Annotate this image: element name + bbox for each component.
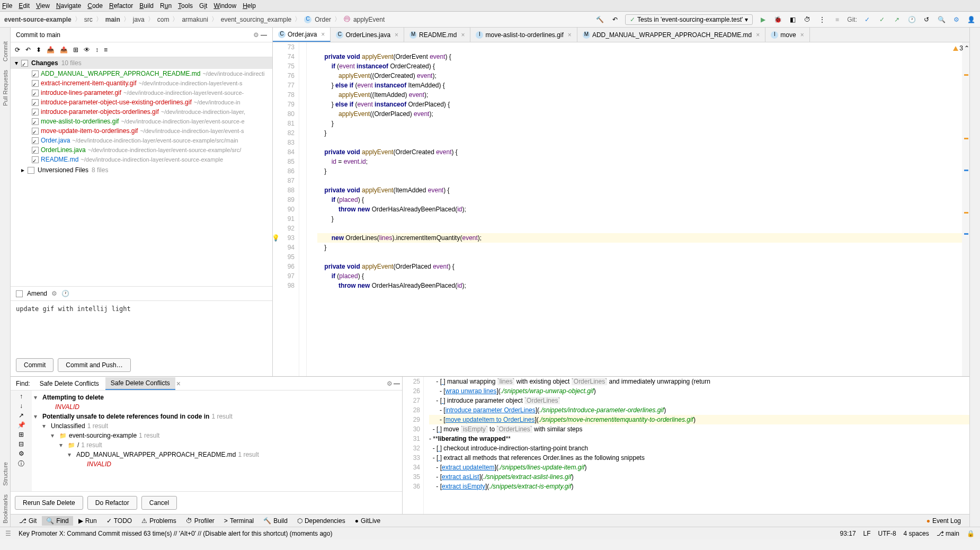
expand-all-icon[interactable]: ⊞: [19, 431, 24, 438]
close-icon[interactable]: ×: [568, 31, 572, 39]
tool-tab-find[interactable]: 🔍Find: [42, 516, 73, 526]
tree-invalid[interactable]: INVALID: [44, 403, 79, 411]
markdown-panel[interactable]: 252627282930313233343536 - [ ] manual wr…: [403, 377, 969, 514]
run-icon[interactable]: ▶: [758, 15, 768, 24]
minimize-icon[interactable]: —: [394, 380, 400, 387]
git-branch[interactable]: ⎇ main: [937, 530, 959, 537]
diff-icon[interactable]: ⬍: [36, 46, 41, 54]
coverage-icon[interactable]: ◧: [788, 15, 797, 24]
breadcrumb-seg[interactable]: main: [105, 16, 120, 23]
history-icon[interactable]: 🕐: [61, 290, 69, 297]
lock-icon[interactable]: 🔒: [967, 530, 975, 537]
tree-node[interactable]: Potentially unsafe to delete references …: [42, 413, 209, 420]
tree-node[interactable]: Attempting to delete: [42, 394, 104, 401]
cursor-position[interactable]: 93:17: [840, 530, 856, 537]
tool-tab-build[interactable]: 🔨Build: [259, 516, 292, 526]
collapse-icon[interactable]: ≡: [104, 46, 108, 54]
close-icon[interactable]: ×: [461, 31, 465, 39]
menu-file[interactable]: File: [2, 2, 12, 10]
amend-checkbox[interactable]: [16, 290, 23, 297]
menu-help[interactable]: Help: [243, 2, 256, 10]
view-icon[interactable]: 👁: [84, 46, 90, 54]
encoding[interactable]: UTF-8: [878, 530, 896, 537]
menu-code[interactable]: Code: [87, 2, 103, 10]
line-separator[interactable]: LF: [863, 530, 871, 537]
git-push-icon[interactable]: ↗: [892, 15, 902, 24]
file-item[interactable]: README.md ~/dev/introduce-indirection-la…: [11, 155, 272, 164]
editor-tab[interactable]: MREADME.md×: [404, 28, 470, 42]
editor-tab[interactable]: MADD_MANUAL_WRAPPER_APPROACH_README.md×: [577, 28, 765, 42]
file-item[interactable]: introduce-parameter-object-use-existing-…: [11, 97, 272, 107]
file-checkbox[interactable]: [32, 99, 39, 106]
tool-tab-run[interactable]: ▶Run: [74, 516, 101, 526]
close-icon[interactable]: ×: [756, 31, 760, 39]
file-checkbox[interactable]: [32, 109, 39, 116]
expand-icon[interactable]: ↕: [95, 46, 99, 54]
file-checkbox[interactable]: [32, 80, 39, 87]
unshelve-icon[interactable]: 📤: [60, 46, 68, 54]
menu-git[interactable]: Git: [199, 2, 207, 10]
pin-icon[interactable]: 📌: [17, 421, 25, 429]
tool-tab-git[interactable]: ⎇Git: [15, 516, 41, 526]
file-checkbox[interactable]: [32, 90, 39, 96]
unversioned-checkbox[interactable]: [28, 167, 34, 174]
find-tab[interactable]: Safe Delete Conflicts: [105, 377, 175, 390]
file-item[interactable]: Order.java ~/dev/introduce-indirection-l…: [11, 136, 272, 145]
editor-tab[interactable]: Imove×: [765, 28, 809, 42]
close-icon[interactable]: ×: [321, 31, 325, 38]
file-checkbox[interactable]: [32, 70, 39, 77]
file-item[interactable]: move-update-item-to-orderlines.gif ~/dev…: [11, 126, 272, 136]
editor-tab[interactable]: Imove-aslist-to-orderlines.gif×: [470, 28, 577, 42]
changes-checkbox[interactable]: [21, 60, 28, 67]
minimize-icon[interactable]: —: [261, 31, 267, 39]
close-icon[interactable]: ×: [800, 31, 804, 39]
commit-button[interactable]: Commit: [16, 358, 54, 372]
file-checkbox[interactable]: [32, 128, 39, 135]
tool-tab-dependencies[interactable]: ⬡Dependencies: [293, 516, 350, 526]
next-icon[interactable]: ↓: [20, 402, 23, 410]
breadcrumb-seg[interactable]: applyEvent: [353, 16, 385, 23]
back-icon[interactable]: ↶: [610, 15, 620, 24]
tool-tab-todo[interactable]: ✓TODO: [102, 516, 136, 526]
event-log-tab[interactable]: ●Event Log: [922, 516, 965, 526]
unversioned-row[interactable]: ▸ Unversioned Files 8 files: [11, 164, 272, 176]
file-checkbox[interactable]: [32, 118, 39, 125]
tool-commit[interactable]: Commit: [2, 38, 8, 65]
menu-run[interactable]: Run: [160, 2, 172, 10]
file-item[interactable]: introduce-lines-parameter.gif ~/dev/intr…: [11, 88, 272, 97]
breadcrumb-seg[interactable]: Order: [315, 16, 331, 23]
close-icon[interactable]: ×: [395, 31, 398, 39]
do-refactor-button[interactable]: Do Refactor: [87, 496, 137, 510]
breadcrumb-seg[interactable]: event_sourcing_example: [221, 16, 291, 23]
avatar-icon[interactable]: 👤: [966, 15, 976, 24]
collapse-all-icon[interactable]: ⊟: [19, 440, 24, 448]
breadcrumb-seg[interactable]: com: [157, 16, 170, 23]
commit-push-button[interactable]: Commit and Push…: [58, 358, 130, 372]
menu-build[interactable]: Build: [139, 2, 154, 10]
profile-icon[interactable]: ⏱: [803, 15, 812, 24]
menu-view[interactable]: View: [36, 2, 50, 10]
run-config-dropdown[interactable]: ✓ Tests in 'event-sourcing-example.test'…: [625, 14, 753, 25]
debug-icon[interactable]: 🐞: [773, 15, 782, 24]
menu-edit[interactable]: Edit: [19, 2, 30, 10]
group-icon[interactable]: ⊞: [73, 46, 78, 54]
file-checkbox[interactable]: [32, 137, 39, 144]
menu-tools[interactable]: Tools: [178, 2, 193, 10]
prev-icon[interactable]: ↑: [20, 393, 23, 400]
file-item[interactable]: ADD_MANUAL_WRAPPER_APPROACH_README.md ~/…: [11, 69, 272, 78]
error-stripe[interactable]: 3 ⌃: [962, 42, 969, 376]
cancel-button[interactable]: Cancel: [141, 496, 177, 510]
gear-icon[interactable]: [253, 31, 259, 39]
info-icon[interactable]: ⓘ: [18, 459, 24, 468]
editor-tab[interactable]: COrderLines.java×: [331, 28, 404, 42]
find-tree[interactable]: ▾Attempting to delete INVALID ▾Potential…: [32, 391, 402, 491]
changes-header[interactable]: ▾ Changes 10 files: [11, 57, 272, 69]
tool-bookmarks[interactable]: Bookmarks: [2, 491, 8, 527]
breadcrumb-seg[interactable]: src: [84, 16, 93, 23]
tool-tab-gitlive[interactable]: ●GitLive: [351, 516, 385, 526]
indent[interactable]: 4 spaces: [904, 530, 929, 537]
find-tab[interactable]: Safe Delete Conflicts: [34, 378, 104, 389]
tree-node[interactable]: /: [77, 441, 79, 449]
file-item[interactable]: introduce-parameter-objects-orderlines.g…: [11, 107, 272, 117]
menu-window[interactable]: Window: [213, 2, 236, 10]
